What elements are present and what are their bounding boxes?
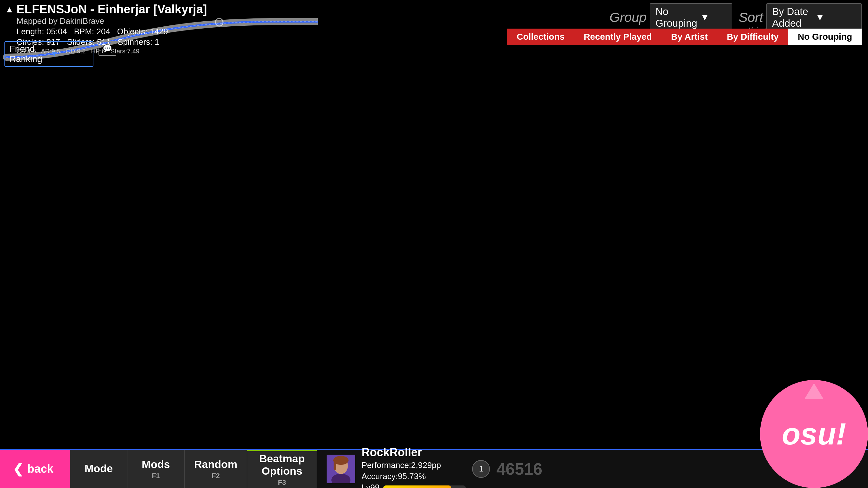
user-accuracy: Accuracy:95.73% [362, 471, 466, 481]
group-dropdown-value: No Grouping [655, 6, 698, 29]
length-label: Length: [17, 27, 44, 36]
user-level: Lv99 [362, 483, 379, 488]
mods-key: F1 [152, 472, 160, 480]
bpm-label: BPM: [74, 27, 94, 36]
mods-label: Mods [142, 458, 170, 470]
filter-tab-no-grouping[interactable]: No Grouping [788, 29, 862, 45]
user-rank-badge: 1 [472, 460, 490, 478]
song-title-text: ELFENSJoN - Einherjar [Valkyrja] [17, 3, 207, 16]
filter-tab-by-artist[interactable]: By Artist [661, 29, 717, 45]
back-arrow-icon: ❮ [13, 462, 24, 476]
user-rank-number: 1 [479, 464, 483, 474]
chevron-up-icon: ▲ [5, 4, 14, 14]
ranking-dropdown-value: Friend Ranking [9, 44, 47, 64]
level-progress-fill [383, 485, 451, 488]
filter-tab-collections[interactable]: Collections [507, 29, 574, 45]
level-progress-bar [383, 485, 466, 488]
back-button[interactable]: ❮ back [0, 450, 70, 488]
spinners-label: Spinners: [118, 37, 153, 47]
sort-dropdown-arrow: ▼ [815, 12, 856, 23]
user-score: 46516 [496, 459, 542, 479]
mode-button[interactable]: Mode [70, 450, 127, 488]
user-avatar [327, 455, 355, 483]
mods-button[interactable]: Mods F1 [127, 450, 184, 488]
main-content-area [0, 57, 868, 450]
osu-logo-text: osu! [782, 417, 846, 452]
osu-logo[interactable]: osu! [760, 380, 868, 488]
sort-dropdown[interactable]: By Date Added ▼ [766, 3, 862, 32]
chat-icon: 💬 [103, 44, 112, 53]
mode-label: Mode [85, 462, 113, 475]
user-performance: Performance:2,929pp [362, 460, 466, 470]
sort-label: Sort [739, 10, 763, 25]
back-label: back [27, 462, 53, 476]
filter-tab-recently-played[interactable]: Recently Played [574, 29, 661, 45]
filter-tabs: Collections Recently Played By Artist By… [507, 29, 862, 45]
group-dropdown[interactable]: No Grouping ▼ [650, 3, 732, 32]
random-button[interactable]: Random F2 [184, 450, 247, 488]
svg-point-0 [215, 19, 223, 26]
bottom-bar: ❮ back Mode Mods F1 Random F2 BeatmapOpt… [0, 450, 868, 488]
length-value: 05:04 [46, 27, 67, 36]
ranking-dropdown-arrow: ▼ [51, 50, 88, 58]
group-label: Group [609, 10, 647, 25]
ranking-dropdown[interactable]: Friend Ranking ▼ [4, 41, 93, 67]
beatmap-options-button[interactable]: BeatmapOptions F3 [247, 450, 317, 488]
spinners-value: 1 [155, 37, 159, 47]
beatmap-opts-key: F3 [278, 479, 286, 487]
beatmap-opts-label: BeatmapOptions [259, 452, 305, 477]
chat-icon-button[interactable]: 💬 [98, 41, 116, 56]
svg-rect-5 [334, 460, 336, 470]
user-name: RockRoller [362, 446, 466, 459]
bpm-value: 204 [97, 27, 110, 36]
user-details: RockRoller Performance:2,929pp Accuracy:… [362, 446, 466, 488]
sort-dropdown-value: By Date Added [772, 6, 812, 29]
random-label: Random [194, 458, 237, 470]
song-title: ▲ ELFENSJoN - Einherjar [Valkyrja] [5, 3, 207, 16]
objects-label: Objects: [117, 27, 148, 36]
mapped-by: Mapped by DakiniBrave [17, 16, 207, 26]
filter-tab-by-difficulty[interactable]: By Difficulty [717, 29, 788, 45]
song-stats-line1: Length: 05:04 BPM: 204 Objects: 1429 [17, 27, 207, 36]
random-key: F2 [212, 472, 220, 480]
top-controls: Group No Grouping ▼ Sort By Date Added ▼ [609, 0, 868, 32]
objects-value: 1429 [150, 27, 168, 36]
group-dropdown-arrow: ▼ [701, 12, 726, 23]
